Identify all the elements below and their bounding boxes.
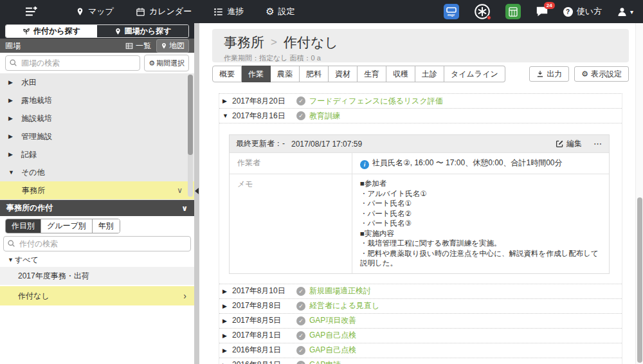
main-scrollbar-thumb[interactable] (637, 197, 642, 363)
timeline-row[interactable]: ▶ 2017年8月10日 ✓ 新規圃場適正検討 (219, 284, 622, 299)
timeline-row-link[interactable]: 新規圃場適正検討 (309, 286, 371, 296)
caret-right-icon[interactable]: ▶ (222, 362, 232, 364)
timeline-row-link[interactable]: 経営者による見直し (309, 300, 379, 311)
sidebar-scrollbar-thumb[interactable] (188, 75, 193, 155)
timeline-row[interactable]: ▶ 2016年8月1日 ✓ GAP自己点検 (219, 343, 622, 358)
tree-item-greenhouse[interactable]: ▶ 施設栽培 (0, 109, 194, 127)
crop-item-no-planting[interactable]: 作付なし › (0, 286, 194, 305)
tab-growth[interactable]: 生育 (358, 66, 386, 82)
timeline-row[interactable]: ▶ 2016年8月1日 ✓ GAP申請 (219, 358, 622, 364)
nav-progress[interactable]: 進捗 (213, 6, 244, 17)
tab-pesticide[interactable]: 農薬 (271, 66, 300, 82)
tree-item-open-field[interactable]: ▶ 露地栽培 (0, 91, 194, 109)
sidebar-scrollbar[interactable] (188, 75, 193, 197)
caret-right-icon[interactable]: ▶ (8, 133, 21, 140)
nav-settings[interactable]: ⚙ 設定 (266, 6, 294, 17)
check-circle-icon: ✓ (296, 287, 305, 296)
edit-button[interactable]: 編集 (556, 138, 582, 149)
planting-panel-header[interactable]: 事務所の作付 ∨ (0, 200, 194, 216)
tab-search-by-field[interactable]: 圃場から探す (97, 25, 188, 37)
collapse-menu-icon[interactable] (24, 6, 39, 17)
export-button[interactable]: 出力 (529, 66, 569, 82)
tab-soil[interactable]: 土診 (415, 66, 444, 82)
tree-item-records[interactable]: ▶ 記録 (0, 145, 194, 163)
timeline-row[interactable]: ▶ 2017年8月5日 ✓ GAP項目改善 (219, 314, 622, 329)
tab-timeline[interactable]: タイムライン (444, 66, 505, 82)
help-label: 使い方 (577, 6, 602, 17)
caret-right-icon[interactable]: ▶ (222, 303, 232, 309)
timeline-row[interactable]: ▶ 2017年8月20日 ✓ フードディフェンスに係るリスク評価 (219, 94, 622, 109)
last-updated-label: 最終更新者：- (236, 138, 285, 149)
timeline-row-link[interactable]: フードディフェンスに係るリスク評価 (309, 96, 443, 107)
timeline-row-link[interactable]: GAP申請 (309, 359, 341, 364)
timeline-row[interactable]: ▶ 2017年8月8日 ✓ 経営者による見直し (219, 299, 622, 314)
field-search-input[interactable] (5, 55, 140, 71)
memo-value: ■参加者 ・アルバイト氏名① ・パート氏名① ・パート氏名② ・パート氏名③ ■… (352, 174, 609, 273)
timeline-row-date: 2017年8月1日 (232, 330, 296, 341)
sidebar-collapse-handle[interactable] (195, 188, 199, 194)
view-list-button[interactable]: 一覧 (125, 41, 151, 51)
tab-harvest[interactable]: 収穫 (386, 66, 415, 82)
tab-by-year[interactable]: 年別 (92, 219, 120, 233)
check-circle-icon: ✓ (296, 361, 305, 364)
tab-work[interactable]: 作業 (242, 66, 271, 82)
view-map-label: 地図 (169, 41, 185, 51)
caret-right-icon[interactable]: ▶ (222, 288, 232, 295)
tab-search-by-planting[interactable]: 作付から探す (6, 25, 97, 37)
work-timeline: ▶ 2017年8月20日 ✓ フードディフェンスに係るリスク評価 ▼ 2017年… (219, 93, 622, 364)
nav-map[interactable]: マップ (76, 6, 114, 17)
crop-item-2017-office[interactable]: 2017年度事務・出荷 (0, 267, 194, 285)
agrinote-app-icon[interactable] (474, 3, 491, 20)
info-icon[interactable]: i (360, 160, 369, 169)
tab-overview[interactable]: 概要 (212, 66, 242, 82)
chat-icon[interactable]: 24 (536, 6, 548, 17)
breadcrumb-parent[interactable]: 事務所 (224, 33, 264, 51)
caret-right-icon[interactable]: ▶ (8, 79, 21, 86)
tab-material[interactable]: 資材 (329, 66, 358, 82)
timeline-row-link[interactable]: 教育訓練 (309, 111, 340, 122)
caret-right-icon[interactable]: ▶ (222, 98, 232, 104)
help-menu[interactable]: ? 使い方 (563, 6, 602, 17)
tab-by-group[interactable]: グループ別 (41, 219, 92, 233)
timeline-row-expanded[interactable]: ▼ 2017年8月16日 ✓ 教育訓練 (219, 109, 622, 123)
caret-right-icon[interactable]: ▶ (222, 318, 232, 324)
sprout-icon (23, 28, 30, 35)
timeline-row-link[interactable]: GAP項目改善 (309, 315, 356, 326)
check-circle-icon: ✓ (296, 111, 305, 120)
caret-right-icon[interactable]: ▶ (8, 151, 21, 158)
tree-item-office[interactable]: 事務所 ∨ (0, 181, 194, 199)
caret-right-icon[interactable]: ▶ (222, 347, 232, 354)
manager-app-icon[interactable]: mgr (444, 4, 459, 19)
view-map-button[interactable]: 地図 (156, 39, 189, 53)
caret-right-icon[interactable]: ▶ (8, 115, 21, 122)
tree-item-facility[interactable]: ▶ 管理施設 (0, 127, 194, 145)
nav-calendar-label: カレンダー (149, 6, 192, 17)
timeline-row[interactable]: ▶ 2017年8月1日 ✓ GAP自己点検 (219, 329, 622, 343)
tree-item-other[interactable]: ▼ その他 (0, 163, 194, 181)
breadcrumb-separator: > (271, 36, 277, 49)
main-scrollbar[interactable] (635, 23, 643, 364)
timeline-row-link[interactable]: GAP自己点検 (309, 330, 356, 341)
tree-item-paddy[interactable]: ▶ 水田 (0, 73, 194, 91)
caret-right-icon[interactable]: ▶ (8, 97, 21, 104)
map-pin-icon (114, 28, 122, 35)
nav-calendar[interactable]: カレンダー (136, 6, 192, 17)
download-icon (536, 70, 544, 78)
crop-group-all[interactable]: ▼ すべて (0, 253, 194, 266)
display-settings-button[interactable]: ⚙ 表示設定 (574, 66, 629, 82)
timeline-row-link[interactable]: GAP自己点検 (309, 345, 356, 356)
period-select-button[interactable]: ⚙期間選択 (144, 55, 189, 71)
timeline-row-date: 2017年8月16日 (232, 111, 296, 122)
crop-search-input[interactable] (3, 236, 191, 251)
view-list-label: 一覧 (136, 41, 151, 51)
tab-by-crop[interactable]: 作目別 (6, 219, 41, 233)
caret-down-icon[interactable]: ▼ (8, 169, 21, 176)
more-menu-icon[interactable]: ⋯ (593, 139, 602, 149)
caret-right-icon[interactable]: ▶ (222, 332, 232, 339)
field-search-row: ⚙期間選択 (0, 53, 194, 73)
chevron-down-icon: ∨ (177, 186, 183, 195)
fieldbook-app-icon[interactable] (505, 4, 521, 19)
tab-fertilizer[interactable]: 肥料 (300, 66, 329, 82)
caret-down-icon[interactable]: ▼ (222, 113, 232, 119)
user-menu[interactable]: ▾ (617, 6, 633, 17)
